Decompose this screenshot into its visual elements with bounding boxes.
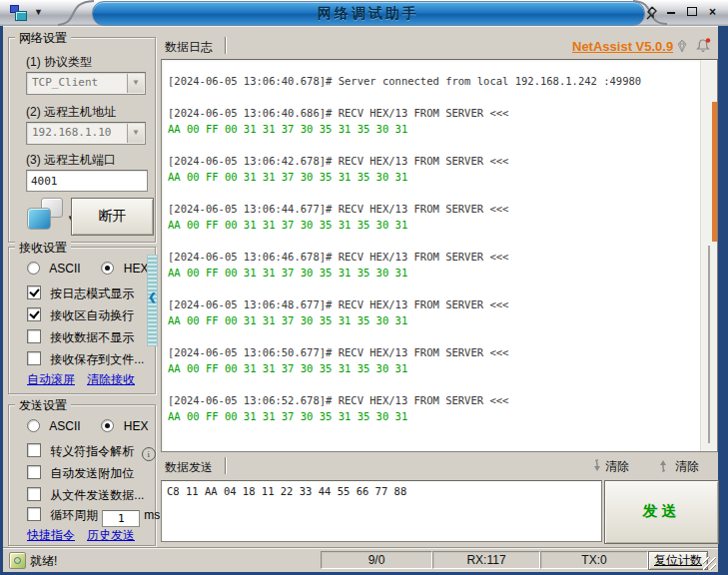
clear-receive-label: 清除 xyxy=(605,459,629,473)
link-send-history[interactable]: 历史发送 xyxy=(87,527,135,544)
log-timestamp-line: [2024-06-05 13:06:52.678]# RECV HEX/13 F… xyxy=(168,392,694,408)
title-bar[interactable]: 网络调试助手 × xyxy=(0,0,728,26)
network-settings-group: 网络设置 (1) 协议类型 TCP_Client (2) 远程主机地址 192.… xyxy=(8,37,156,243)
checkbox-escape-parse[interactable] xyxy=(27,443,41,457)
log-entry: [2024-06-05 13:06:50.677]# RECV HEX/13 F… xyxy=(168,344,694,376)
tab-separator xyxy=(225,457,226,474)
checkbox-hide-received-label: 接收数据不显示 xyxy=(50,330,134,344)
radio-recv-ascii[interactable] xyxy=(27,262,40,275)
log-scrollbar-thumb[interactable] xyxy=(712,102,717,242)
resize-grip[interactable] xyxy=(703,557,716,570)
app-icon[interactable] xyxy=(9,5,29,21)
protocol-type-select[interactable]: TCP_Client xyxy=(26,72,146,95)
pin-icon[interactable] xyxy=(643,5,659,24)
checkbox-send-from-file-label: 从文件发送数据... xyxy=(50,488,144,502)
chevron-down-icon[interactable] xyxy=(127,74,144,93)
minimize-icon xyxy=(667,12,675,14)
window-body: 网络设置 (1) 协议类型 TCP_Client (2) 远程主机地址 192.… xyxy=(3,26,718,571)
panel-collapse-splitter[interactable] xyxy=(147,255,158,346)
bell-icon[interactable] xyxy=(695,37,712,57)
log-timestamp-line: [2024-06-05 13:06:50.677]# RECV HEX/13 F… xyxy=(168,344,694,360)
radio-send-hex[interactable] xyxy=(101,419,114,432)
log-timestamp-line: [2024-06-05 13:06:48.677]# RECV HEX/13 F… xyxy=(168,296,694,312)
data-log-area[interactable]: [2024-06-05 13:06:40.678]# Server connec… xyxy=(161,59,718,452)
info-icon[interactable] xyxy=(142,447,156,461)
window-title: 网络调试助手 xyxy=(93,5,644,23)
checkbox-hide-received[interactable] xyxy=(27,329,41,343)
send-button[interactable]: 发送 xyxy=(604,480,719,544)
clear-send-button[interactable]: 清除 xyxy=(658,458,699,475)
reset-count-button[interactable]: 复位计数 xyxy=(648,551,708,570)
arrow-down-curve-icon xyxy=(588,458,602,473)
checkbox-save-to-file[interactable] xyxy=(27,351,41,365)
checkbox-auto-append[interactable] xyxy=(27,465,41,479)
remote-host-select[interactable]: 192.168.1.10 xyxy=(26,122,146,145)
connection-icon-button[interactable] xyxy=(19,198,71,232)
close-button[interactable]: × xyxy=(704,5,721,20)
log-entry: [2024-06-05 13:06:44.677]# RECV HEX/13 F… xyxy=(168,201,694,233)
checkbox-cycle-send-label: 循环周期 xyxy=(50,508,98,522)
log-hex-line: AA 00 FF 00 31 31 37 30 35 31 35 30 31 xyxy=(168,169,694,185)
checkbox-auto-wrap-label: 接收区自动换行 xyxy=(50,308,134,322)
cycle-period-input[interactable] xyxy=(102,510,140,527)
status-bar: 就绪! 9/0 RX:117 TX:0 复位计数 xyxy=(3,547,718,572)
version-link[interactable]: NetAssist V5.0.9 xyxy=(572,39,673,54)
app-icon-square-teal xyxy=(15,11,27,21)
status-ready-icon xyxy=(9,552,26,569)
log-hex-line: AA 00 FF 00 31 31 37 30 35 31 35 30 31 xyxy=(168,360,694,376)
connection-icon-front-square xyxy=(27,208,51,230)
log-hex-line: AA 00 FF 00 31 31 37 30 35 31 35 30 31 xyxy=(168,121,694,137)
checkbox-send-from-file[interactable] xyxy=(27,487,41,501)
log-scrollbar-track[interactable] xyxy=(700,60,717,451)
send-settings-group: 发送设置 ASCII HEX 转义符指令解析 自动发送附加位 从文件发送数据..… xyxy=(8,404,156,546)
checkbox-cycle-send[interactable] xyxy=(27,507,41,521)
log-entry: [2024-06-05 13:06:40.686]# RECV HEX/13 F… xyxy=(168,105,694,137)
notification-dot xyxy=(706,38,710,42)
status-ready-text: 就绪! xyxy=(30,553,57,570)
checkbox-auto-append-label: 自动发送附加位 xyxy=(50,466,134,480)
remote-port-input[interactable] xyxy=(26,170,148,192)
log-hex-line: AA 00 FF 00 31 31 37 30 35 31 35 30 31 xyxy=(168,265,694,281)
receive-settings-title: 接收设置 xyxy=(15,240,71,257)
tab-data-log[interactable]: 数据日志 xyxy=(165,39,213,56)
log-timestamp-line: [2024-06-05 13:06:40.678]# Server connec… xyxy=(168,73,694,89)
radio-recv-ascii-label: ASCII xyxy=(49,262,80,276)
rx-counter: RX:117 xyxy=(432,551,540,569)
link-quick-commands[interactable]: 快捷指令 xyxy=(27,527,75,544)
tab-data-send[interactable]: 数据发送 xyxy=(165,459,213,476)
radio-send-ascii[interactable] xyxy=(27,419,40,432)
log-hex-line: AA 00 FF 00 31 31 37 30 35 31 35 30 31 xyxy=(168,408,694,424)
radio-recv-hex-label: HEX xyxy=(124,262,149,276)
log-timestamp-line: [2024-06-05 13:06:42.678]# RECV HEX/13 F… xyxy=(168,153,694,169)
gem-icon[interactable] xyxy=(674,38,690,57)
app-window: 网络调试助手 × 网络设置 (1) 协议类型 TCP_Client (2) 远程… xyxy=(0,0,728,575)
send-settings-title: 发送设置 xyxy=(15,397,71,414)
checkbox-log-mode-display[interactable] xyxy=(27,286,41,299)
radio-send-hex-label: HEX xyxy=(124,419,149,433)
send-data-input[interactable]: C8 11 AA 04 18 11 22 33 44 55 66 77 88 xyxy=(161,480,602,542)
checkbox-save-to-file-label: 接收保存到文件... xyxy=(50,352,144,366)
clear-send-label: 清除 xyxy=(675,459,699,473)
log-hex-line: AA 00 FF 00 31 31 37 30 35 31 35 30 31 xyxy=(168,217,694,233)
minimize-button[interactable] xyxy=(662,5,679,20)
radio-send-ascii-label: ASCII xyxy=(49,419,80,433)
link-clear-receive[interactable]: 清除接收 xyxy=(87,371,135,388)
log-entry: [2024-06-05 13:06:40.678]# Server connec… xyxy=(168,73,694,89)
maximize-icon xyxy=(687,7,697,16)
radio-recv-hex[interactable] xyxy=(101,262,114,275)
log-entry: [2024-06-05 13:06:42.678]# RECV HEX/13 F… xyxy=(168,153,694,185)
link-auto-scroll[interactable]: 自动滚屏 xyxy=(27,371,75,388)
log-hex-line: AA 00 FF 00 31 31 37 30 35 31 35 30 31 xyxy=(168,312,694,328)
remote-host-label: (2) 远程主机地址 xyxy=(26,104,116,121)
chevron-down-icon[interactable] xyxy=(127,124,144,143)
checkbox-auto-wrap[interactable] xyxy=(27,307,41,321)
protocol-type-value: TCP_Client xyxy=(32,76,98,89)
system-menu-caret-icon[interactable] xyxy=(34,7,44,17)
protocol-type-label: (1) 协议类型 xyxy=(26,54,92,71)
clear-receive-button[interactable]: 清除 xyxy=(588,458,629,475)
log-timestamp-line: [2024-06-05 13:06:46.678]# RECV HEX/13 F… xyxy=(168,249,694,265)
log-entry: [2024-06-05 13:06:52.678]# RECV HEX/13 F… xyxy=(168,392,694,424)
disconnect-button[interactable]: 断开 xyxy=(71,198,154,236)
log-timestamp-line: [2024-06-05 13:06:44.677]# RECV HEX/13 F… xyxy=(168,201,694,217)
maximize-button[interactable] xyxy=(683,5,700,20)
